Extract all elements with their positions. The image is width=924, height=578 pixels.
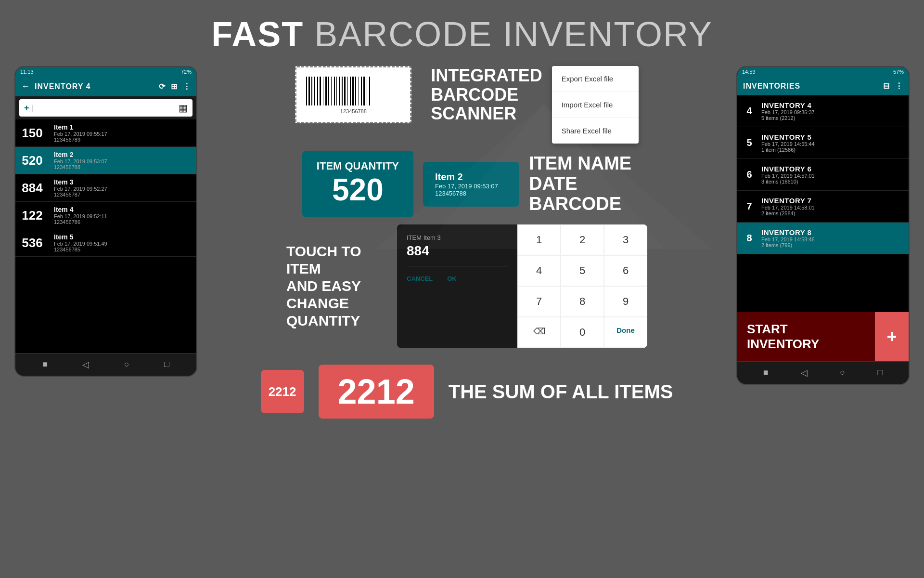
cursor-indicator: | [32, 104, 176, 112]
phone-left: 11:13 72% ← INVENTORY 4 ⟳ ⊞ ⋮ + | ▦ 150 … [14, 66, 197, 377]
inv-list-item[interactable]: 7 INVENTORY 7 Feb 17, 2019 14:58:01 2 it… [737, 191, 909, 223]
time-right: 14:59 [742, 69, 756, 75]
item-qty: 520 [15, 148, 49, 173]
square-nav-icon: □ [164, 359, 169, 370]
item-name: Item 5 [54, 233, 192, 241]
toolbar-right: INVENTORIES ⊟ ⋮ [737, 77, 909, 95]
square-icon-r: ■ [763, 368, 769, 378]
item-date: Feb 17, 2019 09:55:17 [54, 131, 192, 137]
inventory-list-left: 150 Item 1 Feb 17, 2019 09:55:17 1234567… [15, 119, 196, 257]
back-icon[interactable]: ← [21, 81, 30, 92]
title-bold: FAST [211, 15, 304, 53]
key-backspace[interactable]: ⌫ [517, 317, 561, 348]
item-qty: 884 [15, 176, 49, 200]
list-item[interactable]: 520 Item 2 Feb 17, 2019 09:53:07 1234567… [15, 147, 196, 174]
item-name: Item 4 [54, 206, 192, 213]
sum-area-left [15, 343, 196, 353]
item-name: Item 3 [54, 178, 192, 186]
search-bar[interactable]: + | ▦ [19, 99, 192, 117]
item-details: Item 4 Feb 17, 2019 09:52:11 123456786 [49, 202, 196, 229]
key-1[interactable]: 1 [517, 224, 561, 255]
inv-info: INVENTORY 4 Feb 17, 2019 09:36:37 5 item… [757, 101, 904, 121]
import-excel-item[interactable]: Import Excel file [552, 92, 639, 118]
barcode-scan-icon: ▦ [179, 102, 188, 114]
inv-inv-count: 2 items (2584) [761, 210, 904, 216]
item-barcode: 123456787 [54, 192, 192, 197]
key-done[interactable]: Done [604, 317, 647, 348]
plus-icon: + [24, 103, 29, 113]
item-date: Feb 17, 2019 09:52:27 [54, 186, 192, 192]
key-8[interactable]: 8 [561, 286, 604, 317]
sum-big-box: 2212 [319, 365, 434, 419]
sum-label: THE SUM OF ALL ITEMS [449, 381, 673, 403]
key-5[interactable]: 5 [561, 255, 604, 286]
item-details: Item 5 Feb 17, 2019 09:51:49 123456785 [49, 229, 196, 256]
toolbar-icons-left: ⟳ ⊞ ⋮ [159, 82, 191, 91]
start-inv-plus-button[interactable]: + [875, 312, 909, 361]
cancel-button[interactable]: CANCEL [407, 271, 433, 286]
item-qty: 150 [15, 121, 49, 145]
ok-button[interactable]: OK [447, 271, 457, 286]
key-7[interactable]: 7 [517, 286, 561, 317]
photo-icon[interactable]: ⊞ [171, 82, 177, 91]
inv-inv-count: 1 item (12586) [761, 147, 904, 153]
item-qty: 536 [15, 231, 49, 255]
empty-space [15, 257, 196, 343]
dropdown-menu: Export Excel file Import Excel file Shar… [552, 66, 639, 144]
item-name: Item 2 [54, 151, 192, 158]
inv-inv-name: INVENTORY 4 [761, 101, 904, 109]
inv-info: INVENTORY 5 Feb 17, 2019 14:55:44 1 item… [757, 133, 904, 153]
square-nav-icon-r: □ [877, 368, 883, 378]
title-light: BARCODE INVENTORY [314, 15, 713, 53]
inv-inv-date: Feb 17, 2019 09:36:37 [761, 109, 904, 115]
battery-right: 57% [893, 69, 904, 75]
list-item[interactable]: 150 Item 1 Feb 17, 2019 09:55:17 1234567… [15, 119, 196, 147]
item-detail-date: Feb 17, 2019 09:53:07 [435, 183, 507, 190]
back-triangle-icon: ◁ [82, 359, 89, 370]
key-9[interactable]: 9 [604, 286, 647, 317]
inv-inv-name: INVENTORY 5 [761, 133, 904, 141]
square-icon: ■ [42, 359, 48, 370]
export-icon[interactable]: ⊟ [883, 81, 889, 91]
sum-section: 2212 2212 THE SUM OF ALL ITEMS [261, 365, 673, 419]
item-details: Item 3 Feb 17, 2019 09:52:27 123456787 [49, 174, 196, 201]
more-icon[interactable]: ⋮ [183, 82, 191, 91]
key-4[interactable]: 4 [517, 255, 561, 286]
export-excel-item[interactable]: Export Excel file [552, 66, 639, 92]
inv-list-item[interactable]: 5 INVENTORY 5 Feb 17, 2019 14:55:44 1 it… [737, 127, 909, 159]
right-empty-space [737, 254, 909, 312]
list-item[interactable]: 884 Item 3 Feb 17, 2019 09:52:27 1234567… [15, 174, 196, 202]
inv-inv-count: 5 items (2212) [761, 115, 904, 121]
inv-num: 4 [742, 105, 757, 117]
inventories-list: 4 INVENTORY 4 Feb 17, 2019 09:36:37 5 it… [737, 95, 909, 254]
status-bar-right: 14:59 57% [737, 67, 909, 77]
item-date: Feb 17, 2019 09:52:11 [54, 213, 192, 219]
inv-list-item[interactable]: 6 INVENTORY 6 Feb 17, 2019 14:57:01 3 it… [737, 159, 909, 191]
divider [407, 266, 508, 266]
phone-right: 14:59 57% INVENTORIES ⊟ ⋮ 4 INVENTORY 4 … [736, 66, 910, 385]
circle-icon: ○ [124, 359, 129, 370]
inv-list-item[interactable]: 4 INVENTORY 4 Feb 17, 2019 09:36:37 5 it… [737, 95, 909, 127]
item-detail-box: Item 2 Feb 17, 2019 09:53:07 123456788 [423, 162, 519, 207]
item-date: Feb 17, 2019 09:51:49 [54, 241, 192, 247]
numpad-qty-display: 884 [407, 243, 508, 259]
inv-info: INVENTORY 8 Feb 17, 2019 14:58:46 2 item… [757, 228, 904, 248]
key-3[interactable]: 3 [604, 224, 647, 255]
key-0[interactable]: 0 [561, 317, 604, 348]
scanner-graphic: 123456788 [295, 66, 411, 123]
start-inventory: START INVENTORY + [737, 312, 909, 361]
key-6[interactable]: 6 [604, 255, 647, 286]
more-icon-right[interactable]: ⋮ [895, 81, 903, 91]
item-name-label: ITEM NAME DATE BARCODE [529, 154, 631, 214]
list-item[interactable]: 536 Item 5 Feb 17, 2019 09:51:49 1234567… [15, 229, 196, 257]
item-barcode: 123456788 [54, 164, 192, 170]
list-item[interactable]: 122 Item 4 Feb 17, 2019 09:52:11 1234567… [15, 202, 196, 229]
inv-list-item[interactable]: 8 INVENTORY 8 Feb 17, 2019 14:58:46 2 it… [737, 223, 909, 254]
key-2[interactable]: 2 [561, 224, 604, 255]
share-excel-item[interactable]: Share Excel file [552, 118, 639, 144]
item-details: Item 2 Feb 17, 2019 09:53:07 123456788 [49, 147, 196, 174]
middle-section: ITEM QUANTITY 520 Item 2 Feb 17, 2019 09… [207, 151, 727, 217]
inv-inv-date: Feb 17, 2019 14:57:01 [761, 173, 904, 179]
inv-num: 5 [742, 137, 757, 148]
refresh-icon[interactable]: ⟳ [159, 82, 165, 91]
